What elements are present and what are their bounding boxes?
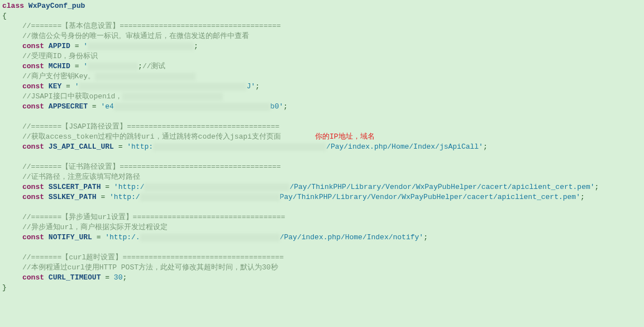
annotation-ip: 你的IP地址，域名 — [315, 132, 375, 142]
redacted — [122, 93, 223, 101]
const-key: const KEY = 'J'; — [2, 82, 642, 92]
redacted — [79, 83, 246, 91]
const-appid: const APPID = '; — [2, 41, 642, 51]
comment-jsapi-line: //获取access_token过程中的跳转uri，通过跳转将code传入jsa… — [2, 132, 642, 142]
close-brace: } — [2, 283, 642, 293]
redacted — [88, 42, 194, 50]
comment-key: //商户支付密钥Key。 — [22, 72, 95, 80]
class-decl: class WxPayConf_pub — [2, 1, 642, 11]
redacted — [114, 103, 270, 111]
comment-appid: //微信公众号身份的唯一标识。审核通过后，在微信发送的邮件中查看 — [22, 32, 249, 40]
const-appsecret: const APPSECRET = 'e4b0'; — [2, 102, 642, 112]
class-name: WxPayConf_pub — [28, 2, 85, 10]
code-block: class WxPayConf_pub { //=======【基本信息设置】=… — [2, 1, 642, 293]
section-cert: //=======【证书路径设置】=======================… — [22, 163, 281, 171]
comment-mchid: //受理商ID，身份标识 — [22, 52, 98, 60]
redacted — [95, 73, 195, 80]
comment-jsapi: //获取access_token过程中的跳转uri，通过跳转将code传入jsa… — [22, 132, 281, 141]
section-basic: //=======【基本信息设置】=======================… — [22, 22, 281, 30]
const-curl: const CURL_TIMEOUT = 30; — [2, 273, 642, 283]
const-sslcert: const SSLCERT_PATH = 'http://Pay/ThinkPH… — [2, 182, 642, 192]
section-curl: //=======【curl超时设置】=====================… — [22, 253, 284, 262]
redacted — [140, 193, 280, 201]
redacted — [153, 143, 326, 151]
redacted — [140, 234, 280, 241]
comment-notify: //异步通知url，商户根据实际开发过程设定 — [22, 223, 168, 231]
const-notify: const NOTIFY_URL = 'http:/./Pay/index.ph… — [2, 233, 642, 243]
comment-cert: //证书路径，注意应该填写绝对路径 — [22, 173, 140, 181]
keyword-class: class — [2, 2, 24, 10]
section-notify: //=======【异步通知url设置】====================… — [22, 213, 285, 221]
const-sslkey: const SSLKEY_PATH = 'http:/Pay/ThinkPHP/… — [2, 192, 642, 202]
redacted — [144, 183, 289, 191]
comment-appsecret: //JSAPI接口中获取openid， — [22, 92, 122, 101]
const-jsapi: const JS_API_CALL_URL = 'http:/Pay/index… — [2, 142, 642, 152]
const-mchid: const MCHID = ';//测试 — [2, 61, 642, 72]
redacted — [88, 63, 138, 70]
section-jsapi: //=======【JSAPI路径设置】====================… — [22, 122, 279, 131]
open-brace: { — [2, 11, 642, 21]
comment-curl: //本例程通过curl使用HTTP POST方法，此处可修改其超时时间，默认为3… — [22, 263, 278, 272]
